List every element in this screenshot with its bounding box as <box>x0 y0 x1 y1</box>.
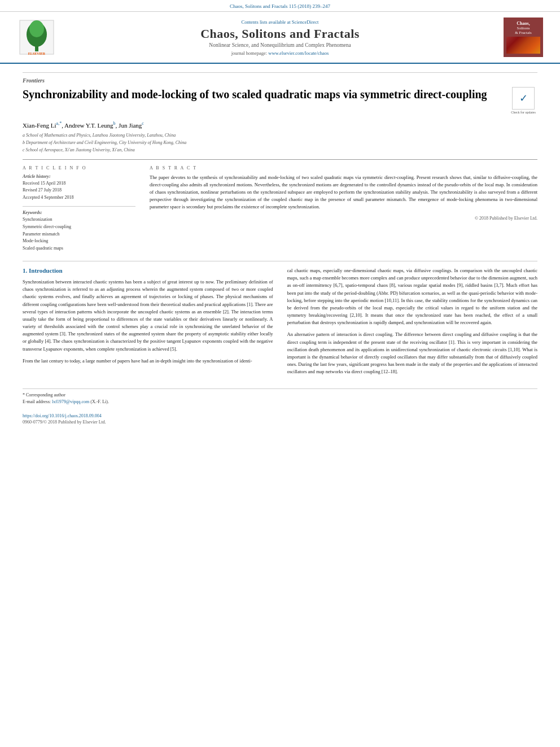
author-email-link[interactable]: lxf1979@vipqq.com <box>52 399 89 404</box>
article-title: Synchronizability and mode-locking of tw… <box>23 87 501 102</box>
history-dates: Received 15 April 2018 Revised 27 July 2… <box>23 180 135 202</box>
keywords-label: Keywords: <box>23 210 135 215</box>
article-info-heading: A R T I C L E I N F O <box>23 165 135 171</box>
abstract-text: The paper devotes to the synthesis of sy… <box>150 174 537 211</box>
keywords-list: Synchronization Symmetric direct-couplin… <box>23 216 135 252</box>
author-1-sup: a,* <box>56 121 62 126</box>
introduction-section: 1. Introduction Synchronization between … <box>23 267 537 380</box>
corresponding-author-note: * Corresponding author <box>23 392 537 397</box>
intro-right-paragraph-2: An alternative pattern of interaction is… <box>287 331 538 375</box>
revised-date: Revised 27 July 2018 <box>23 187 135 194</box>
journal-header: ELSEVIER Contents lists available at Sci… <box>0 12 560 64</box>
email-note: E-mail address: lxf1979@vipqq.com (X.-F.… <box>23 399 537 404</box>
keyword-4: Mode-locking <box>23 238 135 245</box>
accepted-date: Accepted 4 September 2018 <box>23 194 135 202</box>
check-updates-badge: ✓ Check for updates <box>509 87 537 114</box>
journal-citation-bar: Chaos, Solitons and Fractals 115 (2018) … <box>0 0 560 12</box>
keyword-2: Symmetric direct-coupling <box>23 224 135 231</box>
article-info-abstract-section: A R T I C L E I N F O Article history: R… <box>23 159 537 252</box>
affiliation-a: a School of Mathematics and Physics, Lan… <box>23 132 537 139</box>
sciencedirect-link[interactable]: ScienceDirect <box>292 19 319 25</box>
received-date: Received 15 April 2018 <box>23 180 135 187</box>
contents-available-line: Contents lists available at ScienceDirec… <box>62 19 498 25</box>
svg-point-3 <box>29 20 44 37</box>
abstract-column: A B S T R A C T The paper devotes to the… <box>150 165 537 252</box>
article-title-block: Synchronizability and mode-locking of tw… <box>23 87 537 114</box>
svg-text:ELSEVIER: ELSEVIER <box>28 52 46 55</box>
intro-paragraph-2: From the last century to today, a large … <box>23 357 273 365</box>
keyword-3: Parameter mismatch <box>23 231 135 238</box>
section-type-label: Frontiers <box>23 72 537 84</box>
journal-cover-thumbnail: Chaos, Solitons & Fractals <box>504 18 543 57</box>
keyword-5: Scaled quadratic maps <box>23 245 135 252</box>
check-updates-icon: ✓ <box>512 87 535 110</box>
article-history-label: Article history: <box>23 174 135 179</box>
author-3-sup: c <box>142 121 144 126</box>
journal-citation-text: Chaos, Solitons and Fractals 115 (2018) … <box>230 3 330 9</box>
author-2-name: Andrew Y.T. Leung <box>64 122 113 129</box>
affiliations-block: a School of Mathematics and Physics, Lan… <box>23 132 537 154</box>
issn-line: 0960-0779/© 2018 Published by Elsevier L… <box>23 420 537 425</box>
intro-section-title: 1. Introduction <box>23 267 273 274</box>
footnotes-section: * Corresponding author E-mail address: l… <box>23 388 537 404</box>
author-1-name: Xian-Feng Li <box>23 122 56 129</box>
main-content: Frontiers Synchronizability and mode-loc… <box>0 64 560 436</box>
affiliation-c: c School of Aerospace, Xi'an Jiaotong Un… <box>23 147 537 154</box>
journal-homepage-link[interactable]: www.elsevier.com/locate/chaos <box>268 50 329 56</box>
journal-title: Chaos, Solitons and Fractals <box>62 27 498 41</box>
journal-center-info: Contents lists available at ScienceDirec… <box>62 19 498 56</box>
affiliation-b: b Department of Architecture and Civil E… <box>23 139 537 146</box>
intro-left-column: 1. Introduction Synchronization between … <box>23 267 273 380</box>
article-info-column: A R T I C L E I N F O Article history: R… <box>23 165 135 252</box>
journal-homepage: journal homepage: www.elsevier.com/locat… <box>62 50 498 56</box>
intro-divider <box>23 261 537 261</box>
doi-link[interactable]: https://doi.org/10.1016/j.chaos.2018.09.… <box>23 413 537 418</box>
abstract-heading: A B S T R A C T <box>150 165 537 171</box>
intro-right-column: cal chaotic maps, especially one-dimensi… <box>287 267 538 380</box>
keyword-1: Synchronization <box>23 216 135 224</box>
elsevier-logo: ELSEVIER <box>17 18 56 57</box>
copyright-line: © 2018 Published by Elsevier Ltd. <box>150 216 537 221</box>
check-updates-label: Check for updates <box>511 111 536 114</box>
intro-paragraph-1: Synchronization between interacted chaot… <box>23 278 273 353</box>
author-3-name: Jun Jiang <box>119 122 142 129</box>
bottom-bar: https://doi.org/10.1016/j.chaos.2018.09.… <box>23 410 537 425</box>
intro-right-paragraph-1: cal chaotic maps, especially one-dimensi… <box>287 267 538 326</box>
authors-line: Xian-Feng Lia,*, Andrew Y.T. Leungb, Jun… <box>23 121 537 129</box>
journal-subtitle: Nonlinear Science, and Nonequilibrium an… <box>62 42 498 48</box>
